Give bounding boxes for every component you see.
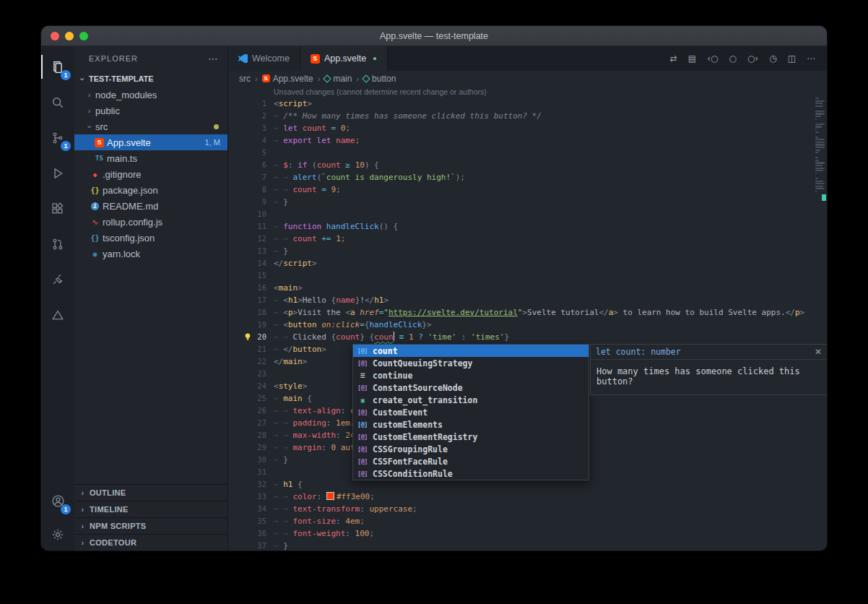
code-line[interactable]: 12→ → count += 1; bbox=[228, 233, 827, 245]
more-actions-icon[interactable] bbox=[208, 53, 219, 64]
line-number: 3 bbox=[228, 122, 266, 134]
activity-remote[interactable] bbox=[41, 262, 74, 297]
code-text: → export let name; bbox=[266, 134, 360, 147]
activity-source-control[interactable]: 1 bbox=[41, 120, 74, 155]
activity-accounts[interactable]: 1 bbox=[41, 483, 74, 519]
tree-item[interactable]: SApp.svelte1, M bbox=[74, 134, 227, 150]
tree-item[interactable]: ◉yarn.lock bbox=[74, 246, 227, 262]
minimap[interactable] bbox=[815, 86, 827, 551]
tree-item[interactable]: {}tsconfig.json bbox=[74, 230, 227, 246]
code-line[interactable]: 17→ <h1>Hello {name}!</h1> bbox=[228, 294, 827, 306]
breadcrumb-item[interactable]: button bbox=[363, 74, 396, 84]
code-line[interactable]: 2→ /** How many times has someone clicke… bbox=[228, 110, 827, 122]
activity-explorer[interactable]: 1 bbox=[41, 49, 74, 85]
code-line[interactable]: 35→ → font-size: 4em; bbox=[228, 515, 827, 527]
sidebar-panel-timeline[interactable]: TIMELINE bbox=[74, 501, 227, 517]
tree-item[interactable]: ∿rollup.config.js bbox=[74, 214, 227, 230]
suggest-item[interactable]: ≡continue bbox=[353, 369, 589, 381]
activity-github-pr[interactable] bbox=[41, 226, 74, 262]
code-line[interactable]: 9→ } bbox=[228, 196, 827, 208]
code-line[interactable]: 5 bbox=[228, 147, 827, 159]
code-line[interactable]: 7→ → alert(`count is dangerously high!`)… bbox=[228, 171, 827, 184]
code-line[interactable]: 16<main> bbox=[228, 282, 827, 294]
tree-item[interactable]: TSmain.ts bbox=[74, 150, 227, 166]
activity-run-debug[interactable] bbox=[41, 155, 74, 191]
sidebar-panel-codetour[interactable]: CODETOUR bbox=[74, 534, 227, 551]
code-line[interactable]: 6→ $: if (count ≥ 10) { bbox=[228, 159, 827, 171]
code-line[interactable]: 37→ } bbox=[228, 540, 827, 551]
suggest-item[interactable]: [@]CSSGroupingRule bbox=[353, 443, 589, 455]
code-line[interactable]: 13→ } bbox=[228, 245, 827, 257]
suggest-item[interactable]: [@]CSSFontFaceRule bbox=[353, 455, 589, 467]
breadcrumb-item[interactable]: src bbox=[239, 74, 251, 84]
code-line[interactable]: 33→ → color: #ff3e00; bbox=[228, 491, 827, 503]
code-line[interactable]: 36→ → font-weight: 100; bbox=[228, 527, 827, 540]
blame-icon[interactable]: ○ bbox=[729, 53, 736, 64]
tree-item[interactable]: src bbox=[74, 118, 227, 134]
tab-app-svelte[interactable]: SApp.svelte● bbox=[300, 46, 388, 71]
code-line[interactable]: 1<script> bbox=[228, 98, 827, 110]
suggest-item[interactable]: [@]CustomEvent bbox=[353, 406, 589, 418]
minimap-line bbox=[815, 137, 818, 138]
code-line[interactable]: 8→ → count = 9; bbox=[228, 184, 827, 196]
prev-change-icon[interactable]: ‹○ bbox=[707, 53, 718, 64]
code-line[interactable]: 10 bbox=[228, 208, 827, 220]
breadcrumb-item[interactable]: SApp.svelte bbox=[262, 74, 313, 84]
code-line[interactable]: 3→ let count = 0; bbox=[228, 122, 827, 134]
tree-item[interactable]: iREADME.md bbox=[74, 198, 227, 214]
tree-item[interactable]: {}package.json bbox=[74, 182, 227, 198]
code-text: → let count = 0; bbox=[266, 122, 350, 134]
history-icon[interactable]: ◷ bbox=[769, 53, 776, 64]
split-editor-icon[interactable]: ◫ bbox=[788, 53, 796, 64]
suggest-item[interactable]: [@]CustomElementRegistry bbox=[353, 431, 589, 443]
minimap-line bbox=[815, 126, 822, 127]
minimap-line bbox=[815, 186, 823, 187]
zoom-window-button[interactable] bbox=[79, 32, 88, 40]
line-number: 12 bbox=[228, 233, 266, 245]
code-line[interactable]: 20→ → Clicked {count} {coun ≡ 1 ? 'time'… bbox=[228, 331, 827, 343]
breadcrumb-item[interactable]: main bbox=[324, 74, 352, 84]
suggest-item[interactable]: [@]ConstantSourceNode bbox=[353, 381, 589, 394]
tree-item[interactable]: ◆.gitignore bbox=[74, 166, 227, 182]
code-line[interactable]: 19→ <button on:click={handleClick}> bbox=[228, 319, 827, 331]
activity-triangle[interactable] bbox=[41, 297, 74, 332]
line-number: 32 bbox=[228, 478, 266, 491]
sidebar-panel-npm-scripts[interactable]: NPM SCRIPTS bbox=[74, 517, 227, 534]
code-line[interactable]: 34→ → text-transform: uppercase; bbox=[228, 503, 827, 515]
suggest-item[interactable]: ▣create_out_transition bbox=[353, 394, 589, 406]
more-actions-icon[interactable]: ⋯ bbox=[807, 53, 815, 64]
open-changes-icon[interactable]: ▤ bbox=[688, 53, 696, 64]
code-line[interactable]: 14</script> bbox=[228, 257, 827, 269]
compare-changes-icon[interactable]: ⇄ bbox=[670, 53, 677, 64]
workspace-root[interactable]: TEST-TEMPLATE bbox=[74, 71, 227, 87]
tree-item-label: src bbox=[95, 121, 108, 132]
editor-content[interactable]: Unsaved changes (cannot determine recent… bbox=[228, 86, 827, 551]
close-icon[interactable]: ✕ bbox=[815, 347, 822, 357]
svelte-icon: S bbox=[311, 54, 320, 64]
title-bar[interactable]: App.svelte — test-template bbox=[41, 26, 827, 46]
suggest-item[interactable]: [@]CSSConditionRule bbox=[353, 467, 589, 480]
tab-welcome[interactable]: Welcome bbox=[228, 46, 300, 71]
triangle-icon bbox=[51, 309, 64, 322]
code-line[interactable]: 4→ export let name; bbox=[228, 134, 827, 147]
next-change-icon[interactable]: ○› bbox=[747, 53, 758, 64]
vscode-icon bbox=[238, 54, 248, 64]
code-line[interactable]: 18→ <p>Visit the <a href="https://svelte… bbox=[228, 306, 827, 319]
code-line[interactable]: 11→ function handleClick() { bbox=[228, 220, 827, 233]
line-number: 30 bbox=[228, 454, 266, 466]
activity-extensions[interactable] bbox=[41, 191, 74, 226]
activity-settings[interactable] bbox=[41, 519, 74, 551]
tree-item[interactable]: public bbox=[74, 103, 227, 118]
suggest-item[interactable]: [@]CountQueuingStrategy bbox=[353, 357, 589, 369]
suggest-item[interactable]: [@]customElements bbox=[353, 418, 589, 431]
code-text: → } bbox=[266, 540, 288, 551]
close-window-button[interactable] bbox=[51, 32, 59, 40]
suggest-item[interactable]: [@]count bbox=[353, 345, 589, 357]
sidebar-panel-outline[interactable]: OUTLINE bbox=[74, 484, 227, 501]
chevron-down-icon bbox=[84, 122, 94, 131]
suggest-item-label: CustomEvent bbox=[373, 407, 428, 418]
tree-item[interactable]: node_modules bbox=[74, 87, 227, 103]
minimize-window-button[interactable] bbox=[65, 32, 74, 40]
activity-search[interactable] bbox=[41, 85, 74, 120]
code-line[interactable]: 15 bbox=[228, 269, 827, 282]
